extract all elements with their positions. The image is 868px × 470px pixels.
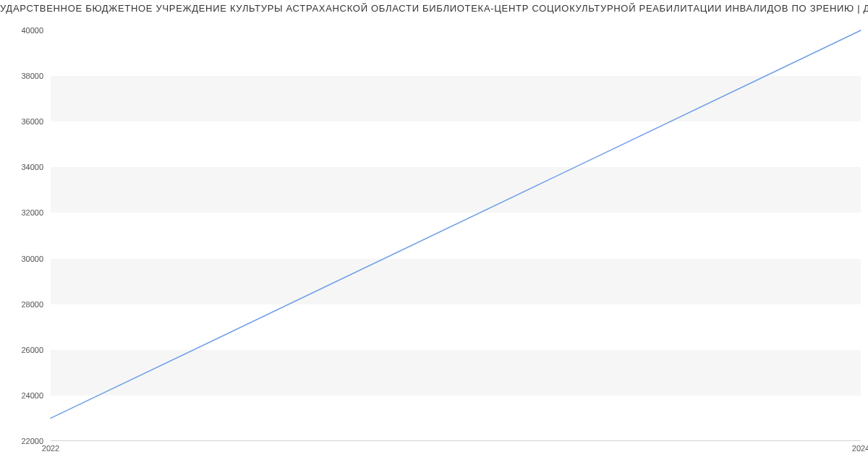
chart-title: УДАРСТВЕННОЕ БЮДЖЕТНОЕ УЧРЕЖДЕНИЕ КУЛЬТУ… (0, 3, 868, 14)
y-tick-label: 40000 (0, 26, 43, 35)
y-tick-label: 36000 (0, 117, 43, 126)
y-tick-label: 24000 (0, 391, 43, 400)
y-tick-label: 28000 (0, 300, 43, 309)
y-tick-label: 30000 (0, 255, 43, 263)
y-tick-label: 38000 (0, 72, 43, 80)
y-tick-label: 22000 (0, 437, 43, 445)
line-series (51, 30, 861, 441)
x-tick-label: 2022 (42, 444, 59, 453)
y-tick-label: 26000 (0, 346, 43, 354)
y-tick-label: 34000 (0, 163, 43, 171)
y-tick-label: 32000 (0, 208, 43, 217)
x-tick-label: 2024 (852, 444, 868, 453)
